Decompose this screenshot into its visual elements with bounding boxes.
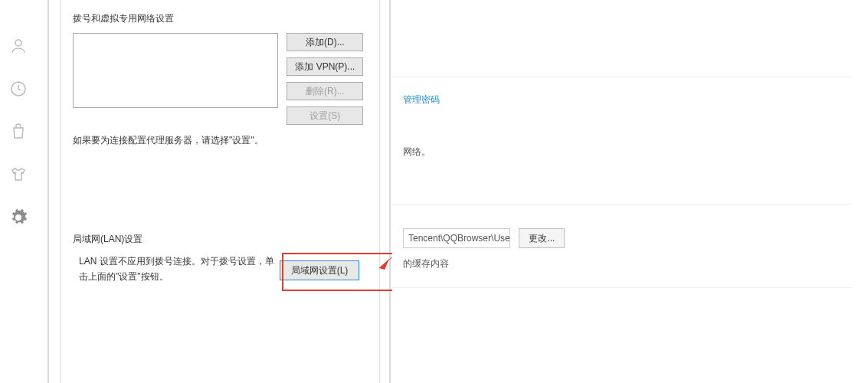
internet-properties-dialog: 拨号和虚拟专用网络设置 添加(D)... 添加 VPN(P)... 删除(R).…	[47, 0, 391, 383]
history-icon[interactable]	[9, 80, 28, 98]
divider	[392, 204, 852, 205]
cache-path-input[interactable]: Tencent\QQBrowser\Use	[403, 228, 510, 248]
shirt-icon[interactable]	[9, 165, 28, 184]
connections-tab-panel: 拨号和虚拟专用网络设置 添加(D)... 添加 VPN(P)... 删除(R).…	[60, 0, 380, 383]
sidebar	[0, 0, 37, 383]
lan-button-wrapper: 局域网设置(L)	[280, 260, 359, 280]
remove-connection-button: 删除(R)...	[287, 82, 363, 100]
cache-path-row: Tencent\QQBrowser\Use 更改...	[392, 228, 852, 248]
dialup-settings-button: 设置(S)	[287, 106, 363, 125]
network-text-tail: 网络。	[403, 146, 431, 159]
svg-point-0	[15, 40, 21, 46]
manage-passwords-link[interactable]: 管理密码	[403, 93, 440, 106]
shopping-bag-icon[interactable]	[9, 123, 28, 141]
connections-listbox[interactable]	[73, 33, 278, 108]
lan-hint-text: LAN 设置不应用到拨号连接。对于拨号设置，单击上面的"设置"按钮。	[73, 254, 280, 285]
browser-settings-pane: 管理密码 网络。 Tencent\QQBrowser\Use 更改... 的缓存…	[392, 0, 867, 383]
lan-section-title: 局域网(LAN)设置	[73, 233, 367, 246]
add-connection-button[interactable]: 添加(D)...	[287, 33, 363, 51]
cache-content-label: 的缓存内容	[403, 257, 449, 270]
dialup-button-column: 添加(D)... 添加 VPN(P)... 删除(R)... 设置(S)	[287, 33, 363, 125]
divider	[392, 77, 852, 77]
divider	[392, 287, 852, 288]
proxy-hint-text: 如果要为连接配置代理服务器，请选择"设置"。	[73, 134, 367, 147]
settings-icon[interactable]	[9, 208, 28, 227]
user-icon[interactable]	[9, 37, 28, 55]
change-path-button[interactable]: 更改...	[519, 228, 565, 248]
lan-settings-button[interactable]: 局域网设置(L)	[280, 260, 359, 280]
add-vpn-button[interactable]: 添加 VPN(P)...	[287, 57, 363, 76]
dialup-section-title: 拨号和虚拟专用网络设置	[73, 12, 367, 25]
